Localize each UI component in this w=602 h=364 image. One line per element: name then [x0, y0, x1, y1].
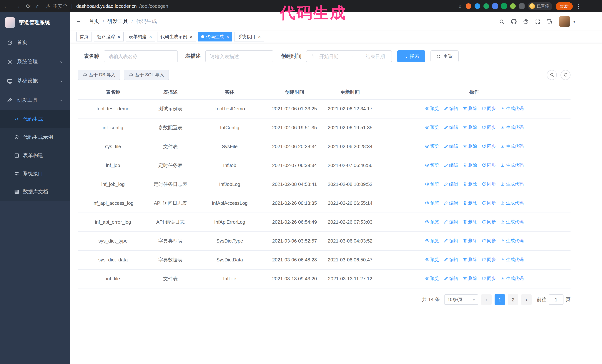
delete-link[interactable]: 删除 — [462, 161, 477, 169]
extension-icon-switch[interactable] — [501, 3, 507, 9]
help-icon[interactable] — [523, 19, 529, 24]
generate-code-link[interactable]: 生成代码 — [500, 256, 524, 263]
sidebar-item-dev-tools[interactable]: 研发工具 — [0, 91, 70, 110]
date-end-input[interactable] — [362, 53, 389, 59]
goto-page-input[interactable] — [549, 294, 563, 305]
sidebar-item-system-api[interactable]: 系统接口 — [0, 164, 70, 183]
edit-link[interactable]: 编辑 — [444, 105, 458, 112]
generate-code-link[interactable]: 生成代码 — [500, 161, 524, 169]
table-desc-input[interactable] — [205, 50, 273, 62]
sync-link[interactable]: 同步 — [481, 180, 496, 188]
preview-link[interactable]: 预览 — [425, 256, 439, 263]
delete-link[interactable]: 删除 — [462, 124, 477, 131]
preview-link[interactable]: 预览 — [425, 180, 439, 188]
url-path[interactable]: /tool/codegen — [139, 3, 168, 9]
delete-link[interactable]: 删除 — [462, 199, 477, 207]
page-button-2[interactable]: 2 — [508, 294, 518, 305]
update-button[interactable]: 更新 — [556, 2, 573, 10]
tab-trace[interactable]: 链路追踪× — [94, 32, 124, 42]
app-logo[interactable]: 芋道管理系统 — [0, 12, 70, 33]
tab-codegen-example[interactable]: 代码生成示例× — [157, 32, 196, 42]
delete-link[interactable]: 删除 — [462, 218, 477, 226]
close-icon[interactable]: × — [258, 34, 261, 39]
sync-link[interactable]: 同步 — [481, 275, 496, 282]
url-domain[interactable]: dashboard.yudao.iocoder.cn — [76, 3, 137, 9]
generate-code-link[interactable]: 生成代码 — [500, 218, 524, 226]
edit-link[interactable]: 编辑 — [444, 218, 458, 226]
sync-link[interactable]: 同步 — [481, 218, 496, 226]
sync-link[interactable]: 同步 — [481, 124, 496, 131]
search-button[interactable]: 搜索 — [397, 50, 425, 62]
page-button-1[interactable]: 1 — [494, 294, 505, 305]
breadcrumb-dev-tools[interactable]: 研发工具 — [107, 18, 128, 25]
sidebar-item-system-management[interactable]: 系统管理 — [0, 52, 70, 72]
profile-paused-badge[interactable]: 已暂停 — [528, 2, 552, 10]
reload-icon[interactable]: ⟳ — [26, 3, 31, 9]
edit-link[interactable]: 编辑 — [444, 256, 458, 263]
reset-button[interactable]: 重置 — [430, 50, 459, 62]
extension-icon-leaf[interactable] — [510, 3, 516, 9]
date-range-picker[interactable]: - — [306, 50, 392, 62]
user-avatar[interactable] — [559, 16, 570, 27]
sync-link[interactable]: 同步 — [481, 161, 496, 169]
extension-icon-check[interactable] — [484, 3, 489, 9]
caret-down-icon[interactable]: ▾ — [573, 19, 575, 24]
toggle-search-button[interactable] — [547, 70, 557, 80]
preview-link[interactable]: 预览 — [425, 275, 439, 282]
extension-icon-puzzle[interactable] — [519, 3, 525, 9]
sync-link[interactable]: 同步 — [481, 237, 496, 244]
preview-link[interactable]: 预览 — [425, 218, 439, 226]
date-start-input[interactable] — [316, 53, 342, 59]
import-sql-button[interactable]: 基于 SQL 导入 — [124, 70, 169, 80]
search-icon[interactable] — [499, 19, 505, 24]
font-size-icon[interactable] — [547, 19, 553, 24]
sync-link[interactable]: 同步 — [481, 199, 496, 207]
refresh-table-button[interactable] — [560, 70, 570, 80]
tab-home[interactable]: 首页 — [76, 32, 92, 42]
back-icon[interactable]: ← — [4, 3, 9, 9]
generate-code-link[interactable]: 生成代码 — [500, 275, 524, 282]
delete-link[interactable]: 删除 — [462, 237, 477, 244]
close-icon[interactable]: × — [149, 34, 152, 39]
delete-link[interactable]: 删除 — [462, 180, 477, 188]
preview-link[interactable]: 预览 — [425, 143, 439, 150]
edit-link[interactable]: 编辑 — [444, 124, 458, 131]
breadcrumb-home[interactable]: 首页 — [89, 18, 99, 25]
import-db-button[interactable]: 基于 DB 导入 — [78, 70, 120, 80]
sidebar-item-codegen-example[interactable]: 代码生成示例 — [0, 128, 70, 146]
generate-code-link[interactable]: 生成代码 — [500, 124, 524, 131]
preview-link[interactable]: 预览 — [425, 199, 439, 207]
preview-link[interactable]: 预览 — [425, 237, 439, 244]
security-label[interactable]: 不安全 — [53, 3, 68, 10]
home-icon[interactable]: ⌂ — [36, 3, 39, 9]
edit-link[interactable]: 编辑 — [444, 237, 458, 244]
preview-link[interactable]: 预览 — [425, 105, 439, 112]
edit-link[interactable]: 编辑 — [444, 199, 458, 207]
sidebar-fold-icon[interactable] — [76, 19, 82, 24]
sidebar-item-db-doc[interactable]: 数据库文档 — [0, 183, 70, 201]
edit-link[interactable]: 编辑 — [444, 180, 458, 188]
delete-link[interactable]: 删除 — [462, 275, 477, 282]
close-icon[interactable]: × — [190, 34, 193, 39]
generate-code-link[interactable]: 生成代码 — [500, 180, 524, 188]
delete-link[interactable]: 删除 — [462, 105, 477, 112]
close-icon[interactable]: × — [118, 34, 120, 39]
github-icon[interactable] — [511, 19, 517, 24]
sidebar-item-infrastructure[interactable]: 基础设施 — [0, 72, 70, 91]
page-size-select[interactable]: 10条/页 ▾ — [444, 294, 478, 305]
close-icon[interactable]: × — [226, 34, 229, 39]
bookmark-star-icon[interactable]: ☆ — [458, 3, 462, 9]
tab-code-generation[interactable]: 代码生成× — [198, 32, 232, 42]
sync-link[interactable]: 同步 — [481, 105, 496, 112]
edit-link[interactable]: 编辑 — [444, 143, 458, 150]
sidebar-item-home[interactable]: 首页 — [0, 33, 70, 52]
edit-link[interactable]: 编辑 — [444, 161, 458, 169]
prev-page-button[interactable]: ‹ — [481, 294, 492, 305]
fullscreen-icon[interactable] — [535, 19, 541, 24]
delete-link[interactable]: 删除 — [462, 256, 477, 263]
tab-system-api[interactable]: 系统接口× — [234, 32, 264, 42]
generate-code-link[interactable]: 生成代码 — [500, 143, 524, 150]
edit-link[interactable]: 编辑 — [444, 275, 458, 282]
extension-icon-drop[interactable] — [474, 3, 480, 9]
forward-icon[interactable]: → — [15, 3, 20, 9]
